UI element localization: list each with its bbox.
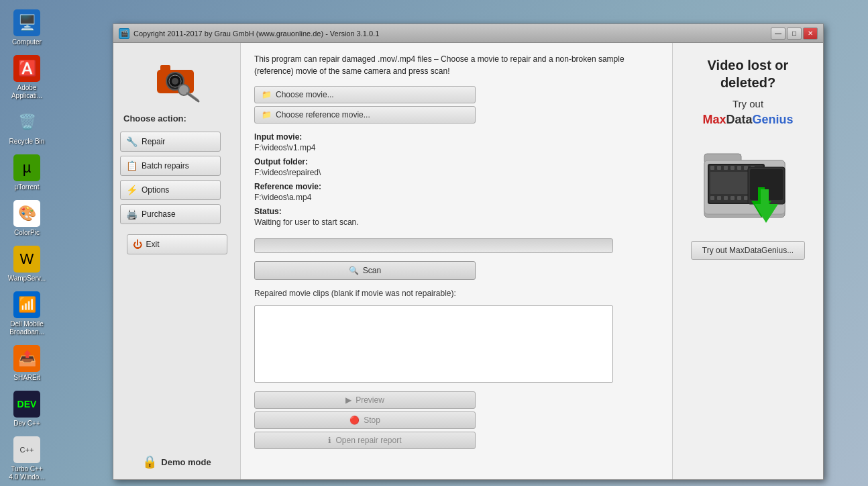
choose-movie-icon: 📁 xyxy=(262,90,272,99)
preview-icon: ▶ xyxy=(345,395,351,405)
desktop-icon-label: Turbo C++ 4.0 Windo... xyxy=(6,465,48,481)
stop-button[interactable]: 🔴 Stop xyxy=(254,411,476,429)
exit-label: Exit xyxy=(146,240,160,249)
desktop-icon-label: Dell Mobile Broadban... xyxy=(6,320,48,336)
repair-button[interactable]: 🔧 Repair xyxy=(120,132,221,152)
open-report-button[interactable]: ℹ Open repair report xyxy=(254,432,476,449)
demo-mode-label: Demo mode xyxy=(161,457,211,467)
exit-button[interactable]: ⏻ Exit xyxy=(127,234,227,254)
svg-rect-24 xyxy=(737,196,741,200)
minimize-button[interactable]: — xyxy=(771,28,785,40)
app-window: 🎬 Copyright 2011-2017 by Grau GmbH (www.… xyxy=(113,23,824,480)
title-bar-icon: 🎬 xyxy=(119,28,129,39)
repair-icon: 🔧 xyxy=(126,136,138,147)
scan-button[interactable]: 🔍 Scan xyxy=(254,261,476,280)
desktop-icons-container: 🖥️ Computer 🅰️ Adobe Applicati... 🗑️ Rec… xyxy=(0,0,107,486)
brand-genius: Genius xyxy=(753,113,794,126)
desktop-icon-label: SHAREit xyxy=(13,374,40,382)
promo-subtitle: Try out xyxy=(733,98,763,109)
desktop-icon-utorrent[interactable]: µ µTorrent xyxy=(3,152,50,194)
svg-rect-21 xyxy=(717,196,721,200)
choose-reference-icon: 📁 xyxy=(262,110,272,119)
desktop-icon-adobe[interactable]: 🅰️ Adobe Applicati... xyxy=(3,52,50,103)
options-icon: ⚡ xyxy=(126,185,138,195)
svg-rect-4 xyxy=(160,65,170,72)
desktop-icon-label: WampServ... xyxy=(8,275,46,283)
purchase-icon: 🖨️ xyxy=(126,209,138,220)
description-text: This program can repair damaged .mov/.mp… xyxy=(254,53,659,77)
choose-action-label: Choose action: xyxy=(123,113,186,124)
bottom-buttons: ▶ Preview 🔴 Stop ℹ Open repair report xyxy=(254,391,659,449)
window-content: Choose action: 🔧 Repair 📋 Batch repairs … xyxy=(113,43,823,479)
repaired-clips-box xyxy=(254,305,613,383)
info-section: Input movie: F:\videos\v1.mp4 Output fol… xyxy=(254,132,659,230)
desktop-icon-computer[interactable]: 🖥️ Computer xyxy=(3,7,50,49)
exit-icon: ⏻ xyxy=(133,239,142,250)
options-button[interactable]: ⚡ Options xyxy=(120,180,221,200)
try-maxdata-button[interactable]: Try out MaxDataGenius... xyxy=(691,241,805,260)
reference-movie-label: Reference movie: xyxy=(254,182,659,191)
brand-data: Data xyxy=(726,113,752,126)
reference-movie-value: F:\videos\a.mp4 xyxy=(254,193,659,202)
svg-rect-18 xyxy=(744,166,748,170)
close-button[interactable]: ✕ xyxy=(803,28,818,40)
output-folder-value: F:\videos\repaired\ xyxy=(254,168,659,177)
desktop-icon-turbo-cpp[interactable]: C++ Turbo C++ 4.0 Windo... xyxy=(3,434,50,484)
desktop-icon-label: Dev C++ xyxy=(13,420,40,428)
svg-rect-13 xyxy=(710,166,714,170)
svg-rect-15 xyxy=(724,166,728,170)
repair-label: Repair xyxy=(142,137,165,146)
desktop-icon-recycle-bin[interactable]: 🗑️ Recycle Bin xyxy=(3,106,50,148)
desktop-icon-label: µTorrent xyxy=(15,183,40,191)
status-value: Waiting for user to start scan. xyxy=(254,217,659,227)
svg-rect-33 xyxy=(761,189,769,205)
brand-max: Max xyxy=(702,113,726,126)
desktop-icon-shareit[interactable]: 📤 SHAREit xyxy=(3,342,50,385)
scan-icon: 🔍 xyxy=(349,266,359,275)
desktop-icon-label: Computer xyxy=(12,38,42,46)
svg-rect-16 xyxy=(730,166,735,170)
output-folder-label: Output folder: xyxy=(254,157,659,166)
svg-rect-25 xyxy=(744,196,748,200)
desktop-icon-dell[interactable]: 📶 Dell Mobile Broadban... xyxy=(3,289,50,339)
choose-movie-button[interactable]: 📁 Choose movie... xyxy=(254,86,476,103)
batch-label: Batch repairs xyxy=(142,161,189,171)
svg-rect-20 xyxy=(710,196,714,200)
purchase-button[interactable]: 🖨️ Purchase xyxy=(120,204,221,224)
sidebar-buttons: 🔧 Repair 📋 Batch repairs ⚡ Options 🖨️ Pu… xyxy=(120,132,233,224)
repaired-clips-label: Repaired movie clips (blank if movie was… xyxy=(254,289,659,298)
input-movie-value: F:\videos\v1.mp4 xyxy=(254,143,659,152)
desktop-icon-label: ColorPic xyxy=(14,229,40,237)
desktop-icon-wampserver[interactable]: W WampServ... xyxy=(3,243,50,285)
main-content: This program can repair damaged .mov/.mp… xyxy=(241,43,672,479)
svg-point-3 xyxy=(172,78,178,85)
promo-image xyxy=(691,137,805,231)
desktop-icon-label: Adobe Applicati... xyxy=(6,84,48,100)
maximize-button[interactable]: □ xyxy=(787,28,802,40)
lock-icon: 🔒 xyxy=(142,454,157,469)
app-logo xyxy=(150,53,204,107)
batch-repairs-button[interactable]: 📋 Batch repairs xyxy=(120,156,221,176)
desktop-icon-colorpic[interactable]: 🎨 ColorPic xyxy=(3,197,50,240)
svg-line-7 xyxy=(187,93,199,101)
status-label: Status: xyxy=(254,207,659,216)
title-bar-text: Copyright 2011-2017 by Grau GmbH (www.gr… xyxy=(133,30,771,38)
choose-reference-button[interactable]: 📁 Choose reference movie... xyxy=(254,106,476,124)
input-movie-label: Input movie: xyxy=(254,132,659,142)
svg-rect-17 xyxy=(737,166,741,170)
choose-movie-label: Choose movie... xyxy=(276,90,334,99)
batch-icon: 📋 xyxy=(126,160,138,171)
maxdata-logo: MaxDataGenius xyxy=(702,113,793,127)
choose-reference-label: Choose reference movie... xyxy=(276,110,370,119)
desktop-icon-label: Recycle Bin xyxy=(9,138,45,146)
sidebar: Choose action: 🔧 Repair 📋 Batch repairs … xyxy=(113,43,241,479)
title-bar-buttons: — □ ✕ xyxy=(771,28,818,40)
stop-label: Stop xyxy=(364,416,380,425)
svg-rect-22 xyxy=(724,196,728,200)
preview-button[interactable]: ▶ Preview xyxy=(254,391,476,409)
scan-label: Scan xyxy=(363,266,381,275)
desktop-icon-dev-cpp[interactable]: DEV Dev C++ xyxy=(3,388,50,430)
progress-bar-container xyxy=(254,238,613,253)
purchase-label: Purchase xyxy=(142,209,176,219)
svg-rect-23 xyxy=(730,196,735,200)
